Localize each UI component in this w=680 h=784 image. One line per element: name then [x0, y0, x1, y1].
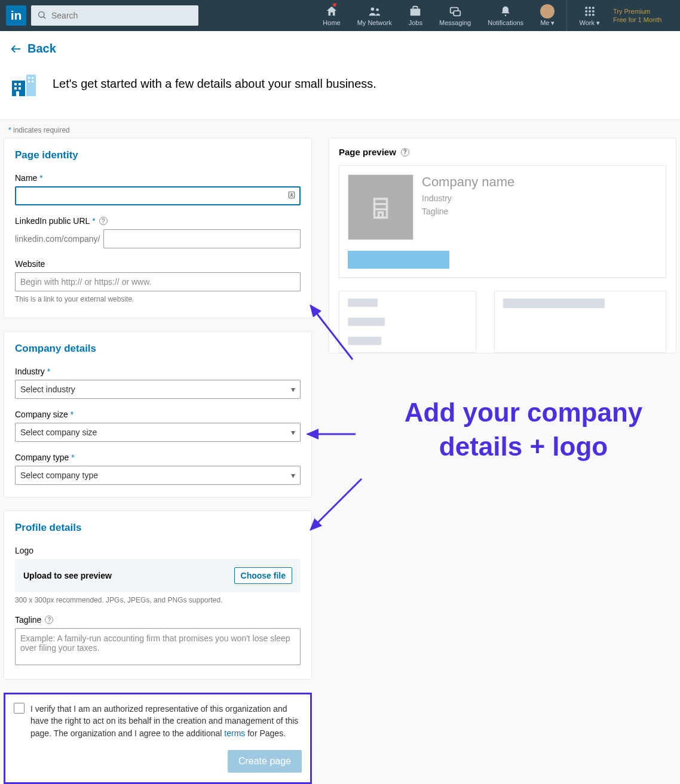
preview-skeleton — [339, 291, 666, 353]
svg-line-37 — [311, 479, 362, 530]
nav-home[interactable]: Home — [314, 0, 348, 31]
choose-file-button[interactable]: Choose file — [234, 567, 292, 584]
company-type-select[interactable]: Select company type ▾ — [15, 466, 301, 485]
nav-label: Home — [323, 19, 340, 26]
nav-work[interactable]: Work ▾ — [571, 0, 608, 31]
logo-label: Logo — [15, 546, 301, 555]
search-box[interactable] — [31, 5, 198, 26]
hero-text: Let's get started with a few details abo… — [53, 77, 376, 91]
logo-upload-row: Upload to see preview Choose file — [15, 559, 301, 592]
home-icon — [325, 5, 338, 18]
url-label: LinkedIn public URL* ? — [15, 216, 301, 226]
building-icon — [368, 195, 393, 220]
message-icon — [449, 5, 462, 18]
svg-rect-11 — [585, 10, 587, 12]
preview-cta-placeholder — [348, 251, 449, 269]
svg-rect-24 — [26, 75, 36, 96]
size-label: Company size* — [15, 410, 301, 419]
premium-line2: Free for 1 Month — [613, 16, 669, 24]
preview-company-name: Company name — [422, 174, 514, 190]
svg-rect-22 — [19, 87, 21, 90]
card-title: Profile details — [15, 522, 301, 534]
help-icon[interactable]: ? — [401, 148, 409, 156]
industry-select[interactable]: Select industry ▾ — [15, 380, 301, 399]
page-hero: Let's get started with a few details abo… — [0, 63, 680, 120]
nav-notifications[interactable]: Notifications — [479, 0, 532, 31]
name-label: Name* — [15, 173, 301, 183]
avatar — [540, 5, 555, 18]
premium-line1: Try Premium — [613, 7, 669, 16]
select-placeholder: Select company size — [20, 428, 97, 437]
nav-divider — [566, 0, 567, 31]
svg-rect-34 — [379, 213, 383, 218]
preview-title: Page preview ? — [339, 147, 666, 157]
nav-label: Messaging — [439, 19, 471, 26]
name-input[interactable] — [15, 186, 301, 205]
annotation-text: Add your company details + logo — [370, 395, 676, 463]
required-note: * indicates required — [0, 120, 680, 138]
nav-label: My Network — [357, 19, 392, 26]
back-button[interactable]: Back — [0, 31, 680, 63]
svg-rect-25 — [28, 77, 30, 79]
search-icon — [37, 10, 47, 21]
tagline-textarea[interactable] — [15, 628, 301, 665]
website-input[interactable] — [15, 272, 301, 291]
bell-icon — [500, 5, 511, 18]
notification-badge — [332, 2, 337, 7]
grid-icon — [584, 5, 596, 18]
nav-me[interactable]: Me ▾ — [532, 0, 563, 31]
upload-label: Upload to see preview — [23, 571, 112, 580]
create-page-button[interactable]: Create page — [228, 750, 302, 773]
svg-point-30 — [291, 193, 292, 195]
chevron-down-icon: ▾ — [596, 19, 600, 26]
page-preview-card: Page preview ? Company name Industry Tag… — [329, 138, 676, 353]
svg-rect-16 — [592, 14, 594, 16]
top-nav: in Home My Network Jobs Messaging — [0, 0, 680, 31]
nav-jobs[interactable]: Jobs — [400, 0, 431, 31]
help-icon[interactable]: ? — [45, 616, 53, 624]
search-input[interactable] — [51, 11, 192, 20]
terms-link[interactable]: terms — [224, 728, 245, 738]
svg-rect-6 — [454, 11, 460, 16]
profile-details-card: Profile details Logo Upload to see previ… — [4, 511, 312, 680]
svg-point-3 — [376, 8, 379, 11]
company-size-select[interactable]: Select company size ▾ — [15, 423, 301, 442]
nav-messaging[interactable]: Messaging — [431, 0, 479, 31]
svg-rect-13 — [592, 10, 594, 12]
svg-rect-15 — [589, 14, 590, 16]
svg-point-0 — [39, 11, 44, 17]
verify-checkbox[interactable] — [14, 703, 24, 714]
linkedin-logo[interactable]: in — [6, 5, 26, 26]
nav-label: Work ▾ — [579, 19, 600, 27]
svg-rect-10 — [592, 7, 594, 8]
help-icon[interactable]: ? — [99, 217, 108, 225]
building-icon — [10, 69, 38, 99]
tagline-label: Tagline ? — [15, 615, 301, 625]
chevron-down-icon: ▾ — [551, 19, 555, 26]
chevron-down-icon: ▾ — [291, 471, 295, 480]
svg-rect-9 — [589, 7, 590, 8]
svg-point-7 — [505, 14, 507, 16]
industry-label: Industry* — [15, 367, 301, 376]
svg-rect-20 — [19, 83, 21, 85]
svg-rect-12 — [589, 10, 590, 12]
nav-label: Jobs — [409, 19, 422, 26]
website-label: Website — [15, 259, 301, 269]
preview-industry: Industry — [422, 193, 514, 203]
type-label: Company type* — [15, 453, 301, 462]
svg-rect-28 — [32, 81, 33, 82]
chevron-down-icon: ▾ — [291, 385, 295, 394]
arrow-left-icon — [10, 42, 23, 56]
tutorial-annotation: Add your company details + logo — [329, 353, 676, 568]
nav-network[interactable]: My Network — [349, 0, 400, 31]
select-placeholder: Select industry — [20, 385, 75, 394]
back-label: Back — [27, 42, 56, 56]
nav-label: Notifications — [488, 19, 523, 26]
svg-rect-21 — [14, 87, 17, 90]
public-url-input[interactable] — [103, 229, 301, 248]
svg-line-1 — [44, 17, 45, 19]
preview-logo-placeholder — [348, 174, 413, 240]
preview-canvas: Company name Industry Tagline — [339, 165, 666, 278]
company-details-card: Company details Industry* Select industr… — [4, 331, 312, 497]
nav-premium-link[interactable]: Try Premium Free for 1 Month — [608, 0, 674, 31]
